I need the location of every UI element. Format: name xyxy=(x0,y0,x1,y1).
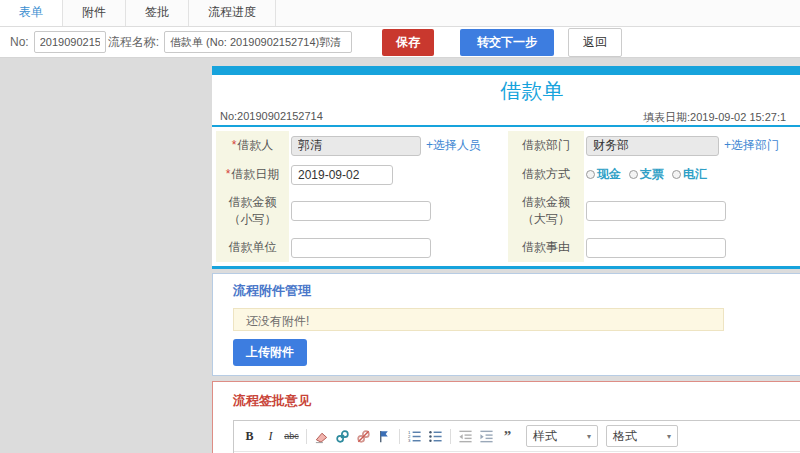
toolbar-separator xyxy=(450,429,451,444)
loan-unit-label: 借款单位 xyxy=(216,233,289,262)
loan-date-input[interactable] xyxy=(291,165,393,185)
approval-card: 流程签批意见 B I abc xyxy=(212,381,800,453)
loan-reason-label: 借款事由 xyxy=(508,233,584,262)
tab-attachment[interactable]: 附件 xyxy=(63,0,126,26)
italic-button[interactable]: I xyxy=(260,426,281,446)
forward-next-step-button[interactable]: 转交下一步 xyxy=(460,29,554,56)
loan-form-table: *借款人 +选择人员 借款部门 +选择部门 *借款日期 借款方 xyxy=(216,131,800,262)
link-icon xyxy=(335,429,350,444)
radio-icon[interactable] xyxy=(672,170,681,179)
form-top-accent-bar xyxy=(212,66,800,75)
indent-icon xyxy=(479,429,494,444)
no-label: No: xyxy=(10,35,29,49)
chevron-down-icon: ▾ xyxy=(667,432,671,441)
link-button[interactable] xyxy=(332,426,353,446)
toolbar-separator xyxy=(306,429,307,444)
tab-form[interactable]: 表单 xyxy=(0,0,63,26)
borrower-input[interactable] xyxy=(291,136,421,156)
outdent-icon xyxy=(458,429,473,444)
bullet-list-button[interactable] xyxy=(425,426,446,446)
loan-unit-input[interactable] xyxy=(291,238,431,258)
unlink-button[interactable] xyxy=(353,426,374,446)
styles-dropdown[interactable]: 样式 ▾ xyxy=(526,425,598,447)
flag-icon xyxy=(377,429,392,444)
form-number: No:20190902152714 xyxy=(220,110,323,122)
blockquote-button[interactable]: ” xyxy=(497,426,518,446)
svg-text:3: 3 xyxy=(408,438,411,443)
borrower-field: +选择人员 xyxy=(289,131,508,160)
method-cheque-option[interactable]: 支票 xyxy=(629,166,664,183)
amount-uppercase-label: 借款金额（大写） xyxy=(508,189,584,233)
format-dropdown[interactable]: 格式 ▾ xyxy=(606,425,678,447)
attachment-card: 流程附件管理 还没有附件! 上传附件 xyxy=(212,273,800,376)
action-toolbar: No: 流程名称: 保存 转交下一步 返回 xyxy=(0,27,800,58)
amount-lowercase-input[interactable] xyxy=(291,201,431,221)
numbered-list-icon: 123 xyxy=(407,429,422,444)
tab-bar: 表单 附件 签批 流程进度 xyxy=(0,0,800,27)
amount-uppercase-input[interactable] xyxy=(586,201,726,221)
styles-dropdown-label: 样式 xyxy=(533,428,557,445)
select-person-link[interactable]: +选择人员 xyxy=(426,137,481,154)
loan-date-field xyxy=(289,160,508,189)
anchor-button[interactable] xyxy=(374,426,395,446)
toolbar-separator xyxy=(399,429,400,444)
editor-toolbar: B I abc xyxy=(234,421,800,452)
indent-button[interactable] xyxy=(476,426,497,446)
header: 表单 附件 签批 流程进度 No: 流程名称: 保存 转交下一步 返回 xyxy=(0,0,800,58)
ordered-list-button[interactable]: 123 xyxy=(404,426,425,446)
required-mark: * xyxy=(226,167,231,181)
page-title: 借款单 xyxy=(212,75,800,105)
borrower-label: *借款人 xyxy=(216,131,289,160)
document-panel: 借款单 No:20190902152714 填表日期:2019-09-02 15… xyxy=(212,66,800,453)
bold-button[interactable]: B xyxy=(239,426,260,446)
remove-format-button[interactable] xyxy=(311,426,332,446)
no-attachment-message: 还没有附件! xyxy=(233,308,724,331)
select-department-link[interactable]: +选择部门 xyxy=(724,137,779,154)
attachment-section-title: 流程附件管理 xyxy=(213,282,800,300)
tab-approval[interactable]: 签批 xyxy=(126,0,189,26)
approval-section-title: 流程签批意见 xyxy=(213,392,800,410)
loan-reason-input[interactable] xyxy=(586,238,726,258)
unlink-icon xyxy=(356,429,371,444)
form-bottom-accent-bar xyxy=(212,266,800,269)
department-label: 借款部门 xyxy=(508,131,584,160)
tab-progress[interactable]: 流程进度 xyxy=(189,0,276,26)
department-input[interactable] xyxy=(586,136,719,156)
strikethrough-button[interactable]: abc xyxy=(281,426,302,446)
amount-lowercase-label: 借款金额（小写） xyxy=(216,189,289,233)
method-wire-option[interactable]: 电汇 xyxy=(672,166,707,183)
department-field: +选择部门 xyxy=(584,131,800,160)
radio-icon[interactable] xyxy=(629,170,638,179)
upload-attachment-button[interactable]: 上传附件 xyxy=(233,339,307,366)
loan-form-card: 借款单 No:20190902152714 填表日期:2019-09-02 15… xyxy=(212,66,800,269)
loan-method-field: 现金 支票 电汇 xyxy=(584,160,800,189)
back-button[interactable]: 返回 xyxy=(568,28,622,57)
process-name-label: 流程名称: xyxy=(108,34,159,51)
save-button[interactable]: 保存 xyxy=(382,29,434,56)
process-name-input[interactable] xyxy=(164,31,352,53)
amount-uppercase-field xyxy=(584,189,800,233)
form-meta-row: No:20190902152714 填表日期:2019-09-02 15:27:… xyxy=(212,105,800,127)
loan-reason-field xyxy=(584,233,800,262)
outdent-button[interactable] xyxy=(455,426,476,446)
format-dropdown-label: 格式 xyxy=(613,428,637,445)
no-input[interactable] xyxy=(34,31,106,53)
fill-date: 填表日期:2019-09-02 15:27:1 xyxy=(643,110,786,125)
required-mark: * xyxy=(232,138,237,152)
loan-method-radios: 现金 支票 电汇 xyxy=(586,166,707,183)
radio-icon[interactable] xyxy=(586,170,595,179)
method-cash-option[interactable]: 现金 xyxy=(586,166,621,183)
loan-method-label: 借款方式 xyxy=(508,160,584,189)
bullet-list-icon xyxy=(428,429,443,444)
loan-date-label: *借款日期 xyxy=(216,160,289,189)
loan-unit-field xyxy=(289,233,508,262)
chevron-down-icon: ▾ xyxy=(587,432,591,441)
eraser-icon xyxy=(314,429,329,444)
work-area: 借款单 No:20190902152714 填表日期:2019-09-02 15… xyxy=(0,58,800,453)
rich-text-editor: B I abc xyxy=(233,420,800,453)
amount-lowercase-field xyxy=(289,189,508,233)
